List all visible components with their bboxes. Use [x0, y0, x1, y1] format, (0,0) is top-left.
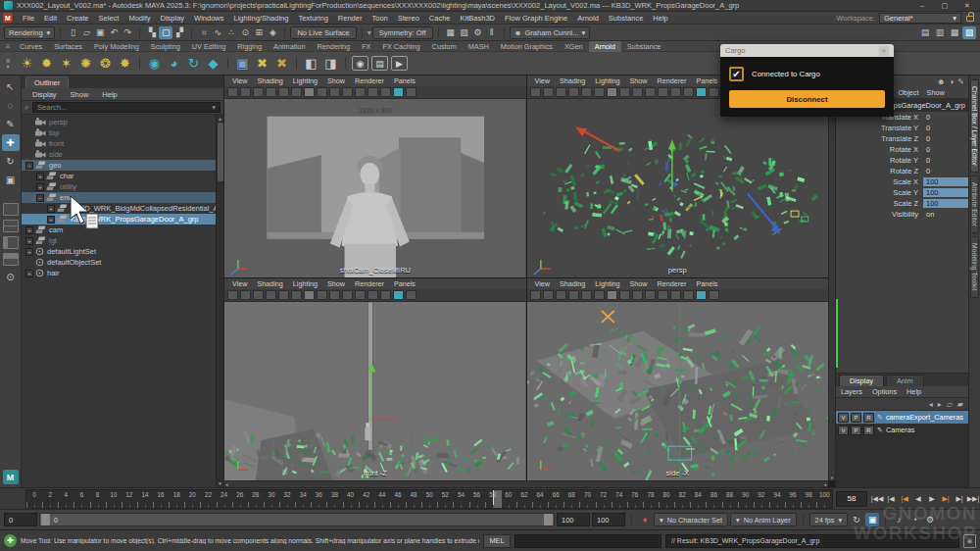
- panel-menu-show[interactable]: Show: [322, 279, 350, 288]
- viewport-toolbar-icon[interactable]: [683, 290, 694, 300]
- panel-menu-view[interactable]: View: [530, 76, 555, 85]
- character-set-dropdown[interactable]: ▾No Character Set: [654, 513, 728, 526]
- outliner-tab[interactable]: Outliner: [25, 76, 69, 88]
- outliner-item-env[interactable]: −env: [22, 192, 223, 203]
- expand-toggle-icon[interactable]: +: [25, 248, 33, 256]
- move-tool-icon[interactable]: ✚: [2, 134, 20, 151]
- channel-row-rotate-y[interactable]: Rotate Y0: [836, 155, 968, 166]
- shelf-tab-sculpting[interactable]: Sculpting: [145, 41, 186, 52]
- viewport-toolbar-icon[interactable]: [278, 290, 289, 300]
- viewport-toolbar-icon[interactable]: [278, 87, 289, 97]
- snap-view-plane-icon[interactable]: ⊞: [252, 26, 266, 39]
- panel-menu-view[interactable]: View: [530, 279, 555, 288]
- viewport-toolbar-icon[interactable]: [317, 290, 327, 300]
- viewport-toolbar-icon[interactable]: [556, 290, 566, 300]
- time-tick[interactable]: 58: [485, 490, 501, 508]
- workspace-dropdown[interactable]: General*▾: [879, 13, 961, 24]
- viewport-toolbar-icon[interactable]: [329, 290, 340, 300]
- viewport-toolbar-icon[interactable]: [227, 87, 238, 97]
- outliner-item-side[interactable]: side: [22, 149, 223, 160]
- time-tick[interactable]: 66: [548, 490, 564, 508]
- scale-tool-icon[interactable]: ▣: [2, 172, 20, 188]
- shelf-tab-surfaces[interactable]: Surfaces: [48, 41, 88, 52]
- panel-menu-show[interactable]: Show: [322, 76, 350, 85]
- viewport-toolbar-icon[interactable]: [658, 87, 668, 97]
- outliner-item-cam[interactable]: +cam: [22, 225, 223, 235]
- channel-row-scale-y[interactable]: Scale Y100: [836, 187, 968, 198]
- panel-menu-shading[interactable]: Shading: [252, 279, 287, 288]
- menu-edit[interactable]: Edit: [39, 14, 62, 23]
- connected-checkbox[interactable]: ✔: [729, 67, 744, 81]
- time-tick[interactable]: 94: [769, 490, 785, 508]
- layout-persp-outliner-button[interactable]: [3, 236, 19, 249]
- volume-icon[interactable]: ◆: [204, 54, 222, 73]
- pause-viewport-icon[interactable]: ‖: [485, 26, 499, 39]
- shelf-tab-animation[interactable]: Animation: [268, 41, 311, 52]
- viewport-toolbar-icon[interactable]: [380, 290, 391, 300]
- play-backwards-button[interactable]: ◀: [911, 491, 925, 507]
- playback-toggle[interactable]: P: [851, 413, 861, 423]
- time-tick[interactable]: 96: [785, 490, 801, 508]
- time-tick[interactable]: 54: [453, 490, 468, 508]
- menu-cache[interactable]: Cache: [424, 14, 456, 23]
- select-component-icon[interactable]: ▞: [172, 26, 186, 39]
- edit-layer-icon[interactable]: ✎: [877, 414, 883, 422]
- outliner-item-persp[interactable]: persp: [22, 117, 223, 127]
- outliner-item-defaultlightset[interactable]: +defaultLightSet: [22, 246, 223, 257]
- viewport-toolbar-icon[interactable]: [304, 290, 315, 300]
- time-tick[interactable]: 74: [612, 490, 627, 508]
- menu-create[interactable]: Create: [62, 14, 94, 23]
- disconnect-button[interactable]: Disconnect: [729, 90, 885, 108]
- viewport-toolbar-icon[interactable]: [291, 87, 302, 97]
- time-tick[interactable]: 18: [169, 490, 184, 508]
- modeling-toolkit-badge[interactable]: M: [3, 470, 19, 484]
- cargo-dialog-titlebar[interactable]: Cargo ✕: [720, 44, 894, 57]
- viewport-toolbar-icon[interactable]: [619, 290, 630, 300]
- viewport-toolbar-icon[interactable]: [380, 87, 391, 97]
- channel-row-scale-x[interactable]: Scale X100: [836, 176, 968, 187]
- time-tick[interactable]: 64: [532, 490, 548, 508]
- outliner-item-lgt[interactable]: +lgt: [22, 235, 223, 246]
- viewport-toolbar-icon[interactable]: [645, 87, 656, 97]
- move-layer-up-icon[interactable]: ◂: [929, 400, 933, 409]
- close-icon[interactable]: ✕: [879, 46, 889, 56]
- close-button[interactable]: ✕: [956, 0, 978, 11]
- viewport-toolbar-icon[interactable]: [543, 87, 554, 97]
- viewport-toolbar-icon[interactable]: [683, 87, 694, 97]
- time-tick[interactable]: 2: [42, 490, 58, 508]
- mesh-light-icon[interactable]: ✶: [57, 54, 75, 73]
- fps-dropdown[interactable]: 24 fps▾: [809, 513, 849, 526]
- edit-layer-icon[interactable]: ✎: [877, 426, 883, 434]
- time-tick[interactable]: 86: [706, 490, 721, 508]
- channel-value[interactable]: 0: [923, 124, 968, 132]
- playback-end-field[interactable]: 100: [557, 513, 590, 526]
- shotcam-canvas[interactable]: 1920 x 800 shotCam_CloseMIRU: [224, 99, 526, 277]
- flush-texture-icon[interactable]: ◧: [302, 54, 320, 73]
- menu-texturing[interactable]: Texturing: [293, 14, 332, 23]
- viewport-toolbar-icon[interactable]: [304, 87, 315, 97]
- step-forward-key-button[interactable]: ▶|: [939, 491, 953, 507]
- time-tick[interactable]: 6: [74, 490, 89, 508]
- time-tick[interactable]: 30: [264, 490, 279, 508]
- time-tick[interactable]: 42: [359, 490, 374, 508]
- viewport-shotcam[interactable]: ViewShadingLightingShowRendererPanels: [224, 75, 526, 277]
- shelf-tab-uv-editing[interactable]: UV Editing: [186, 41, 231, 52]
- panel-menu-shading[interactable]: Shading: [555, 76, 590, 85]
- render-toggle[interactable]: R: [863, 426, 874, 435]
- layer-tab-anim[interactable]: Anim: [886, 375, 924, 386]
- select-hierarchy-icon[interactable]: ▚: [145, 26, 159, 39]
- front-canvas[interactable]: front -Z: [224, 302, 526, 480]
- viewport-hscrollbar[interactable]: ◂▸: [224, 480, 828, 487]
- time-tick[interactable]: 26: [232, 490, 248, 508]
- time-tick[interactable]: 14: [137, 490, 153, 508]
- scroll-up-icon[interactable]: ▲: [218, 115, 222, 123]
- modeling-toolkit-toggle-icon[interactable]: ▧: [962, 26, 976, 39]
- menu-stereo[interactable]: Stereo: [393, 14, 424, 23]
- menu-render[interactable]: Render: [333, 14, 368, 23]
- panel-menu-renderer[interactable]: Renderer: [653, 279, 692, 288]
- time-tick[interactable]: 44: [374, 490, 390, 508]
- shelf-tab-fx[interactable]: FX: [356, 41, 376, 52]
- render-sequence-icon[interactable]: ▶: [391, 56, 408, 71]
- menu-select[interactable]: Select: [94, 14, 124, 23]
- open-scene-icon[interactable]: ▱: [79, 26, 93, 39]
